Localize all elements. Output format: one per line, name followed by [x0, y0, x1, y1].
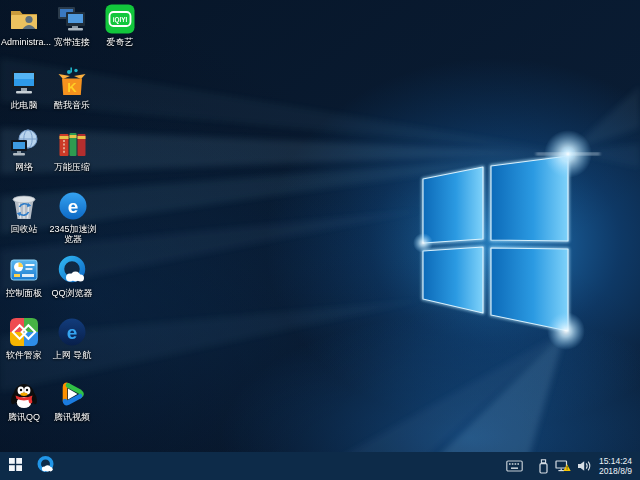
svg-text:e: e — [68, 196, 79, 217]
svg-text:iQIYI: iQIYI — [113, 16, 128, 24]
tencent-qq-icon — [8, 378, 40, 410]
desktop-icon-broadband[interactable]: 宽带连接 — [49, 3, 95, 47]
icon-label: 此电脑 — [1, 100, 47, 110]
desktop-icon-recycle-bin[interactable]: 回收站 — [1, 190, 47, 234]
desktop-icon-tencent-qq[interactable]: 腾讯QQ — [1, 378, 47, 422]
desktop-icon-tencent-video[interactable]: 腾讯视频 — [49, 378, 95, 422]
icon-label: 2345加速浏览器 — [47, 224, 99, 244]
tencent-video-icon — [56, 378, 88, 410]
taskbar: ! 15:14:24 2018/8/9 — [0, 452, 640, 480]
control-panel-icon — [8, 254, 40, 286]
svg-text:!: ! — [566, 465, 568, 471]
svg-text:e: e — [67, 322, 78, 343]
user-folder-icon — [8, 3, 40, 35]
network-icon — [8, 128, 40, 160]
svg-text:K: K — [67, 80, 77, 95]
icon-label: 控制面板 — [1, 288, 47, 298]
network-warning-icon[interactable]: ! — [552, 452, 574, 480]
icon-label: 上网 导航 — [49, 350, 95, 360]
2345-browser-icon: e — [57, 190, 89, 222]
this-pc-icon — [8, 66, 40, 98]
windows-desktop: Administra... 宽带连接 iQIYI 爱奇艺 — [0, 0, 640, 480]
icon-label: 宽带连接 — [49, 37, 95, 47]
archive-books-icon — [56, 128, 88, 160]
kuwo-music-icon: K — [56, 66, 88, 98]
qq-browser-icon — [56, 254, 88, 286]
desktop-icon-2345-browser[interactable]: e 2345加速浏览器 — [47, 190, 99, 244]
web-nav-icon: e — [56, 316, 88, 348]
icon-label: 网络 — [1, 162, 47, 172]
system-tray: ! 15:14:24 2018/8/9 — [503, 452, 640, 480]
start-button[interactable] — [0, 452, 30, 480]
desktop-icon-administrator[interactable]: Administra... — [1, 3, 47, 47]
clock-date: 2018/8/9 — [599, 466, 632, 477]
icon-label: 腾讯QQ — [1, 412, 47, 422]
icon-label: 回收站 — [1, 224, 47, 234]
icon-label: 腾讯视频 — [49, 412, 95, 422]
desktop-icon-archiver[interactable]: 万能压缩 — [49, 128, 95, 172]
broadband-connection-icon — [56, 3, 88, 35]
desktop-icon-iqiyi[interactable]: iQIYI 爱奇艺 — [97, 3, 143, 47]
icon-label: 万能压缩 — [49, 162, 95, 172]
icon-label: 软件管家 — [1, 350, 47, 360]
desktop-icon-control-panel[interactable]: 控制面板 — [1, 254, 47, 298]
taskbar-clock[interactable]: 15:14:24 2018/8/9 — [594, 456, 636, 477]
icon-label: Administra... — [1, 37, 47, 47]
iqiyi-icon: iQIYI — [104, 3, 136, 35]
desktop-icon-software-manager[interactable]: 软件管家 — [1, 316, 47, 360]
taskbar-qq-browser-button[interactable] — [30, 452, 60, 480]
desktop-icon-network[interactable]: 网络 — [1, 128, 47, 172]
icon-label: QQ浏览器 — [49, 288, 95, 298]
icon-label: 爱奇艺 — [97, 37, 143, 47]
qq-browser-icon — [36, 455, 55, 478]
icon-label: 酷我音乐 — [49, 100, 95, 110]
desktop-icon-qq-browser[interactable]: QQ浏览器 — [49, 254, 95, 298]
recycle-bin-icon — [8, 190, 40, 222]
volume-icon[interactable] — [574, 452, 594, 480]
software-manager-icon — [8, 316, 40, 348]
desktop-icon-this-pc[interactable]: 此电脑 — [1, 66, 47, 110]
usb-device-icon[interactable] — [535, 452, 552, 480]
clock-time: 15:14:24 — [599, 456, 632, 467]
desktop-icon-kuwo-music[interactable]: K 酷我音乐 — [49, 66, 95, 110]
touch-keyboard-icon[interactable] — [503, 452, 526, 480]
desktop-icon-web-nav[interactable]: e 上网 导航 — [49, 316, 95, 360]
windows-logo-icon — [9, 457, 22, 475]
